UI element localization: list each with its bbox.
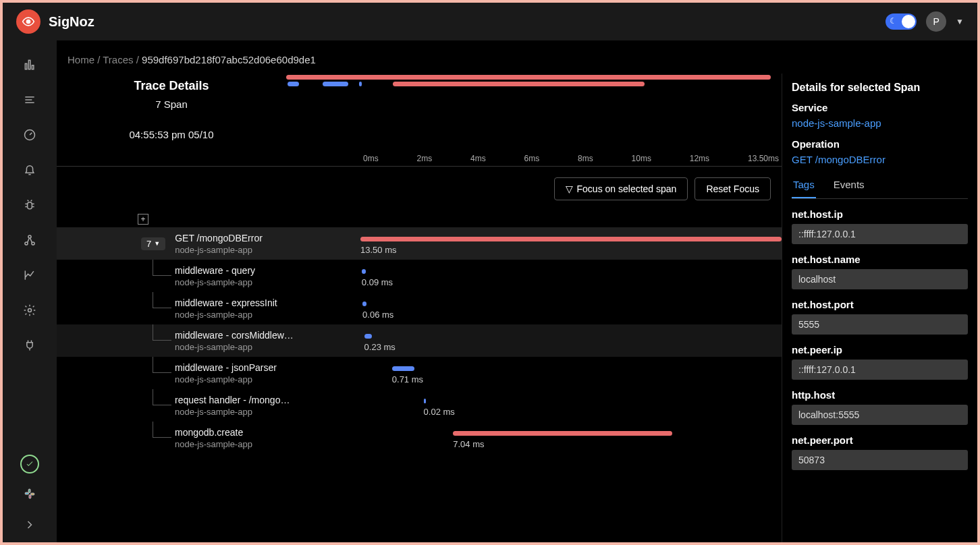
svg-rect-19 [25,492,28,494]
span-row[interactable]: mongodb.createnode-js-sample-app7.04 ms [57,422,782,454]
svg-point-18 [28,309,32,312]
span-service: node-js-sample-app [175,342,294,352]
tag-value: localhost:5555 [792,405,968,425]
logo-icon[interactable] [16,9,40,34]
span-bar [360,237,782,241]
breadcrumb-section[interactable]: Traces [103,54,133,65]
overview-bar [359,82,362,86]
span-row[interactable]: middleware - corsMiddlew…node-js-sample-… [57,324,782,357]
tag-key: net.peer.port [792,434,968,446]
svg-point-16 [32,242,34,245]
axis-tick: 8ms [578,154,593,163]
span-duration: 0.23 ms [364,342,396,352]
bug-icon[interactable] [22,197,38,213]
plug-icon[interactable] [22,337,38,353]
svg-rect-3 [32,65,34,69]
span-duration: 7.04 ms [453,439,484,449]
tag-value: 50873 [792,450,968,470]
svg-point-17 [28,235,31,238]
span-duration: 13.50 ms [360,245,396,255]
svg-rect-20 [31,493,34,495]
overview-chart[interactable] [286,74,771,154]
tag-value: localhost [792,269,968,289]
axis-tick: 6ms [524,154,540,163]
status-ok-icon[interactable] [20,455,39,474]
span-service: node-js-sample-app [175,439,252,449]
span-name: mongodb.create [175,427,252,438]
sidebar [3,40,57,542]
theme-toggle[interactable]: ☾ [886,13,917,30]
tag-value: 5555 [792,314,968,335]
filter-icon: ▽ [566,183,573,194]
span-duration: 0.71 ms [392,374,423,384]
breadcrumb: Home / Traces / 959df697bd218f07abc52d06… [57,40,977,74]
svg-line-14 [31,200,32,202]
span-name: request handler - /mongo… [175,395,290,405]
axis-tick: 13.50ms [748,154,779,163]
tab-tags[interactable]: Tags [792,175,816,198]
operation-label: Operation [792,138,968,150]
list-icon[interactable] [22,92,38,108]
slack-icon[interactable] [23,487,36,503]
tab-events[interactable]: Events [832,175,866,198]
focus-button[interactable]: ▽Focus on selected span [554,177,688,200]
svg-rect-1 [25,63,27,69]
span-service: node-js-sample-app [175,277,255,287]
span-bar [424,399,427,403]
tag-value: ::ffff:127.0.0.1 [792,360,968,380]
span-row[interactable]: middleware - querynode-js-sample-app0.09… [57,260,782,292]
overview-bar [323,82,348,86]
tag-value: ::ffff:127.0.0.1 [792,224,968,244]
tag-key: net.peer.ip [792,344,968,355]
alert-icon[interactable] [22,162,38,178]
chevron-down-icon[interactable]: ▼ [956,17,964,26]
span-name: middleware - query [175,265,255,276]
span-service: node-js-sample-app [175,245,263,255]
time-axis: 0ms2ms4ms6ms8ms10ms12ms13.50ms [360,154,782,166]
tag-key: net.host.name [792,254,968,265]
span-bar [364,334,372,339]
share-icon[interactable] [22,232,38,248]
svg-rect-8 [28,202,32,209]
span-row[interactable]: middleware - expressInitnode-js-sample-a… [57,292,782,324]
span-duration: 0.09 ms [362,277,393,287]
expand-all-button[interactable]: + [138,214,148,225]
span-row[interactable]: 7 ▼GET /mongoDBErrornode-js-sample-app13… [57,227,782,260]
svg-rect-21 [28,489,30,492]
service-label: Service [792,102,968,113]
breadcrumb-home[interactable]: Home [67,54,94,65]
span-bar [392,366,414,371]
avatar[interactable]: P [926,11,946,32]
span-name: middleware - corsMiddlew… [175,330,294,341]
svg-rect-2 [28,60,30,69]
service-link[interactable]: node-js-sample-app [792,117,968,129]
page-title: Trace Details [57,79,286,93]
operation-link[interactable]: GET /mongoDBError [792,154,968,165]
reset-focus-button[interactable]: Reset Focus [695,177,771,200]
span-list: + 7 ▼GET /mongoDBErrornode-js-sample-app… [57,211,782,542]
dashboard-icon[interactable] [22,127,38,143]
span-row[interactable]: middleware - jsonParsernode-js-sample-ap… [57,357,782,389]
expand-icon[interactable] [22,517,38,533]
axis-tick: 12ms [690,154,709,163]
line-chart-icon[interactable] [22,267,38,283]
brand-name: SigNoz [49,14,94,30]
details-heading: Details for selected Span [792,82,968,94]
topbar: SigNoz ☾ P ▼ [3,3,977,40]
bar-chart-icon[interactable] [22,57,38,73]
overview-bar [286,75,771,80]
span-name: middleware - expressInit [175,297,277,308]
span-count: 7 Span [57,98,286,110]
gear-icon[interactable] [22,302,38,318]
svg-point-0 [27,20,30,24]
span-row[interactable]: request handler - /mongo…node-js-sample-… [57,389,782,422]
tag-key: net.host.port [792,299,968,310]
span-bar [362,269,366,274]
span-name: GET /mongoDBError [175,233,263,243]
overview-bar [393,82,645,86]
span-service: node-js-sample-app [175,374,277,384]
trace-timestamp: 04:55:53 pm 05/10 [57,129,286,140]
span-count-badge[interactable]: 7 ▼ [141,237,165,250]
span-service: node-js-sample-app [175,407,290,417]
axis-tick: 4ms [470,154,486,163]
